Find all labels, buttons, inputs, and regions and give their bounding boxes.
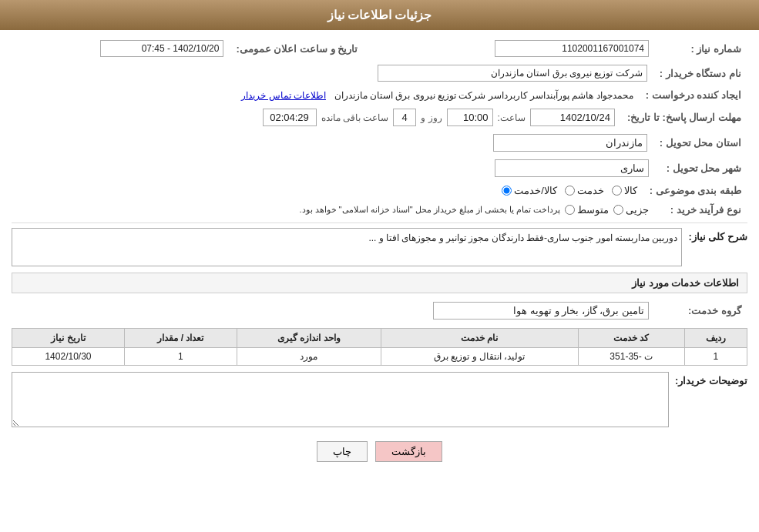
cell-code: ت -35-351 xyxy=(578,348,684,366)
footer-buttons: بازگشت چاپ xyxy=(12,441,747,462)
remaining-time: 02:04:29 xyxy=(263,109,317,126)
col-header-code: کد خدمت xyxy=(578,329,684,348)
page-header: جزئیات اطلاعات نیاز xyxy=(0,0,759,30)
purchase-type-jozei[interactable]: جزیی xyxy=(613,204,649,216)
province-label: استان محل تحویل : xyxy=(653,132,747,154)
city-value: ساری xyxy=(495,159,649,177)
cell-name: تولید، انتقال و توزیع برق xyxy=(381,348,578,366)
deadline-time-label: ساعت: xyxy=(498,112,526,123)
remaining-label: ساعت باقی مانده xyxy=(321,112,389,123)
buyer-notes-label: توضیحات خریدار: xyxy=(675,372,747,386)
services-section-title: اطلاعات خدمات مورد نیاز xyxy=(12,273,747,293)
cell-unit: مورد xyxy=(237,348,381,366)
col-header-row: ردیف xyxy=(684,329,747,348)
cell-date: 1402/10/30 xyxy=(12,348,125,366)
announce-label: تاریخ و ساعت اعلان عمومی: xyxy=(230,38,364,59)
description-section: شرح کلی نیاز: دوربین مداربسته امور جنوب … xyxy=(12,228,747,266)
creator-label: ایجاد کننده درخواست : xyxy=(640,87,747,103)
province-value: مازندران xyxy=(493,134,647,152)
deadline-days-label: روز و xyxy=(421,112,442,123)
col-header-name: نام خدمت xyxy=(381,329,578,348)
buyer-org-label: نام دستگاه خریدار : xyxy=(653,62,747,84)
page-title: جزئیات اطلاعات نیاز xyxy=(327,8,432,22)
category-radio-khedmat[interactable]: خدمت xyxy=(565,185,604,196)
print-button[interactable]: چاپ xyxy=(317,441,368,462)
category-label: طبقه بندی موضوعی : xyxy=(643,182,747,199)
service-group-label: گروه خدمت: xyxy=(655,299,747,322)
cell-row: 1 xyxy=(684,348,747,366)
purchase-type-label: نوع فرآیند خرید : xyxy=(655,202,747,218)
deadline-time: 10:00 xyxy=(447,109,493,126)
buyer-notes-section: توضیحات خریدار: xyxy=(12,372,747,430)
table-row: 1 ت -35-351 تولید، انتقال و توزیع برق مو… xyxy=(12,348,747,366)
description-label: شرح کلی نیاز: xyxy=(688,228,747,243)
city-label: شهر محل تحویل : xyxy=(655,157,747,179)
deadline-days: 4 xyxy=(393,109,416,126)
need-number-value: 1102001167001074 xyxy=(495,40,649,57)
col-header-qty: تعداد / مقدار xyxy=(124,329,237,348)
deadline-date: 1402/10/24 xyxy=(530,109,615,126)
description-value: دوربین مداربسته امور جنوب ساری-فقط دارند… xyxy=(12,228,682,266)
buyer-org-value: شرکت توزیع نیروی برق استان مازندران xyxy=(378,65,647,82)
buyer-notes-textarea[interactable] xyxy=(12,372,669,427)
announce-value: 1402/10/20 - 07:45 xyxy=(100,40,223,57)
deadline-label: مهلت ارسال پاسخ: تا تاریخ: xyxy=(621,106,747,129)
cell-qty: 1 xyxy=(124,348,237,366)
creator-value: محمدجواد هاشم پورآبنداسر کاربرداسر شرکت … xyxy=(334,90,633,101)
category-radio-kala-khedmat[interactable]: کالا/خدمت xyxy=(502,185,557,196)
col-header-date: تاریخ نیاز xyxy=(12,329,125,348)
services-table: ردیف کد خدمت نام خدمت واحد اندازه گیری ت… xyxy=(12,328,747,366)
purchase-type-note: پرداخت تمام یا بخشی از مبلغ خریداز محل "… xyxy=(299,205,560,215)
purchase-type-motovaset[interactable]: متوسط xyxy=(565,204,609,216)
need-number-label: شماره نیاز : xyxy=(655,38,747,59)
category-radio-kala[interactable]: کالا xyxy=(612,185,637,196)
contact-link[interactable]: اطلاعات تماس خریدار xyxy=(241,90,326,101)
back-button[interactable]: بازگشت xyxy=(375,441,442,462)
service-group-value: تامین برق، گاز، بخار و تهویه هوا xyxy=(433,302,649,320)
col-header-unit: واحد اندازه گیری xyxy=(237,329,381,348)
